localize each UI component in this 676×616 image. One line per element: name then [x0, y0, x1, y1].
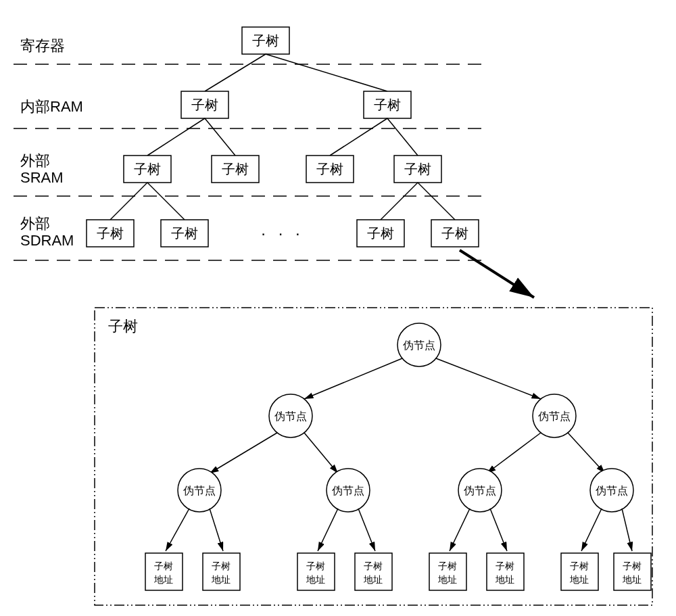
svg-line-2 — [205, 54, 266, 91]
leaf-1: 子树 地址 — [145, 553, 183, 590]
svg-line-58 — [581, 508, 602, 551]
svg-line-11 — [387, 118, 418, 156]
svg-line-59 — [622, 508, 632, 551]
pseudo-l3-4: 伪节点 — [590, 469, 633, 512]
svg-text:子树: 子树 — [191, 97, 218, 112]
level4-label-b: SDRAM — [20, 232, 74, 249]
subtree-title: 子树 — [108, 318, 138, 335]
svg-line-57 — [490, 508, 507, 551]
level3-label-a: 外部 — [20, 152, 50, 169]
svg-rect-60 — [145, 553, 183, 590]
leaf-4: 子树 地址 — [355, 553, 392, 590]
leaf-5: 子树 地址 — [429, 553, 466, 590]
svg-line-43 — [568, 433, 605, 473]
node-l4-2: 子树 — [161, 220, 208, 247]
svg-text:子树: 子树 — [438, 561, 457, 571]
leaf-7: 子树 地址 — [561, 553, 598, 590]
svg-text:地址: 地址 — [211, 574, 231, 585]
pseudo-l2-1: 伪节点 — [269, 394, 312, 437]
svg-rect-78 — [561, 553, 598, 590]
svg-line-22 — [381, 183, 418, 220]
node-l2-1: 子树 — [181, 91, 228, 118]
svg-line-56 — [450, 508, 470, 551]
node-l4-3: 子树 — [357, 220, 404, 247]
svg-line-9 — [205, 118, 235, 156]
svg-rect-66 — [297, 553, 335, 590]
svg-text:子树: 子树 — [404, 162, 431, 176]
svg-text:伪节点: 伪节点 — [183, 485, 216, 496]
svg-line-53 — [210, 508, 223, 551]
svg-text:伪节点: 伪节点 — [596, 485, 628, 496]
svg-line-10 — [330, 118, 387, 156]
level2-label: 内部RAM — [20, 98, 83, 115]
node-l4-1: 子树 — [87, 220, 134, 247]
level4-label-a: 外部 — [20, 215, 50, 232]
svg-text:伪节点: 伪节点 — [403, 339, 435, 351]
svg-text:子树: 子树 — [374, 97, 401, 112]
svg-line-3 — [266, 54, 387, 91]
node-l3-1: 子树 — [124, 156, 171, 183]
node-l2-2: 子树 — [364, 91, 411, 118]
memory-hierarchy: 寄存器 内部RAM 外部 SRAM 外部 SDRAM 子树 子树 子树 — [14, 27, 487, 260]
pseudo-l3-2: 伪节点 — [327, 469, 370, 512]
svg-text:子树: 子树 — [367, 226, 394, 241]
svg-rect-63 — [203, 553, 240, 590]
svg-rect-81 — [614, 553, 651, 590]
svg-text:子树: 子树 — [212, 561, 231, 571]
level3-label-b: SRAM — [20, 169, 64, 186]
svg-text:子树: 子树 — [171, 226, 198, 241]
svg-text:子树: 子树 — [496, 561, 514, 571]
svg-text:伪节点: 伪节点 — [332, 485, 364, 496]
hierarchy-diagram: 寄存器 内部RAM 外部 SRAM 外部 SDRAM 子树 子树 子树 — [14, 14, 662, 609]
node-l3-3: 子树 — [306, 156, 354, 183]
svg-text:子树: 子树 — [134, 162, 161, 176]
pseudo-l3-3: 伪节点 — [458, 469, 502, 512]
svg-text:子树: 子树 — [252, 33, 279, 48]
svg-rect-72 — [429, 553, 466, 590]
svg-text:子树: 子树 — [306, 561, 325, 571]
node-l1: 子树 — [242, 27, 289, 54]
svg-text:子树: 子树 — [570, 561, 589, 571]
svg-line-55 — [358, 508, 375, 551]
svg-line-54 — [318, 508, 338, 551]
pseudo-l2-2: 伪节点 — [533, 394, 576, 437]
svg-rect-75 — [487, 553, 524, 590]
svg-line-40 — [210, 433, 277, 473]
svg-text:子树: 子树 — [441, 226, 468, 241]
svg-text:地址: 地址 — [363, 574, 383, 585]
svg-text:伪节点: 伪节点 — [538, 410, 571, 422]
leaf-8: 子树 地址 — [614, 553, 651, 590]
svg-text:子树: 子树 — [154, 561, 173, 571]
svg-line-23 — [418, 183, 455, 220]
svg-text:伪节点: 伪节点 — [464, 485, 496, 496]
callout-arrow — [460, 250, 534, 298]
node-l4-4: 子树 — [431, 220, 479, 247]
svg-line-34 — [304, 358, 402, 399]
svg-text:子树: 子树 — [623, 561, 642, 571]
svg-text:子树: 子树 — [222, 162, 249, 176]
svg-rect-69 — [355, 553, 392, 590]
node-l3-4: 子树 — [394, 156, 441, 183]
svg-line-41 — [304, 433, 338, 473]
ellipsis: · · · — [261, 224, 304, 242]
svg-text:地址: 地址 — [622, 574, 642, 585]
svg-line-8 — [147, 118, 205, 156]
svg-text:地址: 地址 — [306, 574, 325, 585]
pseudo-root: 伪节点 — [397, 323, 441, 366]
node-l3-2: 子树 — [212, 156, 259, 183]
svg-text:地址: 地址 — [569, 574, 589, 585]
pseudo-l3-1: 伪节点 — [178, 469, 221, 512]
svg-text:地址: 地址 — [437, 574, 457, 585]
svg-line-35 — [436, 358, 541, 399]
subtree-detail: 子树 伪节点 伪节点 伪节点 伪节点 伪节点 — [95, 308, 652, 605]
svg-text:子树: 子树 — [364, 561, 383, 571]
svg-line-52 — [166, 508, 189, 551]
svg-line-42 — [487, 433, 541, 473]
svg-text:子树: 子树 — [97, 226, 124, 241]
svg-line-20 — [110, 183, 147, 220]
svg-text:地址: 地址 — [153, 574, 173, 585]
leaf-6: 子树 地址 — [487, 553, 524, 590]
svg-line-21 — [147, 183, 185, 220]
leaf-3: 子树 地址 — [297, 553, 335, 590]
level1-label: 寄存器 — [20, 37, 65, 54]
